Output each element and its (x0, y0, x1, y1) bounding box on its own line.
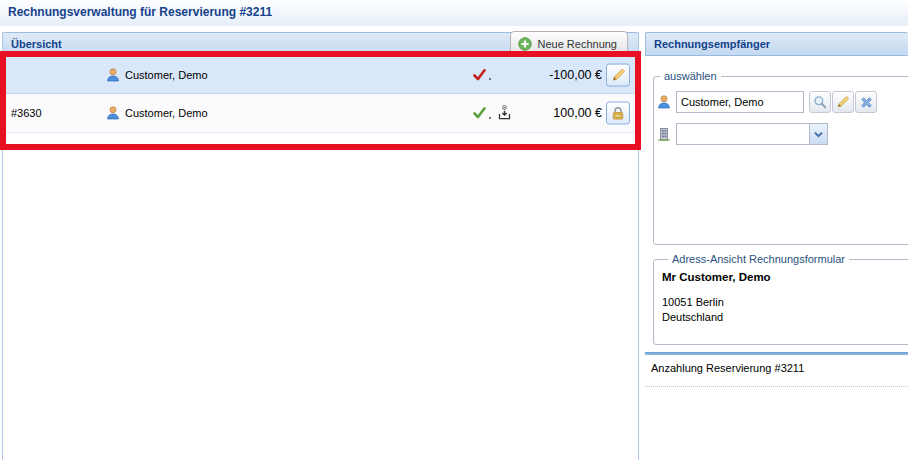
address-name: Mr Customer, Demo (662, 271, 908, 283)
deposit-icon (496, 105, 513, 122)
invoice-amount: -100,00 € (549, 68, 602, 82)
combo-trigger-button[interactable] (809, 124, 827, 144)
dotted-separator (645, 386, 908, 387)
address-view-legend: Adress-Ansicht Rechnungsformular (668, 253, 849, 265)
clear-x-icon (860, 96, 873, 109)
status-dot (489, 117, 491, 119)
invoice-customer: Customer, Demo (125, 69, 208, 81)
select-recipient-legend: auswählen (660, 70, 721, 82)
search-customer-button[interactable] (809, 91, 831, 113)
user-icon (105, 105, 121, 121)
page-title: Rechnungsverwaltung für Reservierung #32… (0, 0, 908, 25)
add-plus-icon (518, 37, 532, 51)
address-city: 10051 Berlin (662, 295, 908, 310)
clear-customer-button[interactable] (855, 91, 877, 113)
address-country: Deutschland (662, 310, 908, 325)
company-input[interactable] (677, 124, 809, 144)
invoice-list: Customer, Demo -100,00 € #3630 (3, 56, 638, 133)
company-combobox[interactable] (676, 123, 828, 145)
edit-customer-button[interactable] (832, 91, 854, 113)
user-icon (105, 67, 121, 83)
horizontal-divider (645, 352, 908, 355)
address-view-fieldset: Adress-Ansicht Rechnungsformular Mr Cust… (653, 253, 908, 345)
red-check-icon (473, 68, 486, 81)
select-recipient-fieldset: auswählen (653, 70, 908, 245)
overview-panel: Übersicht Neue Rechnung Customer, Demo (2, 32, 639, 460)
invoice-number: #3630 (11, 107, 42, 119)
invoice-row[interactable]: #3630 Customer, Demo (3, 94, 638, 133)
window-titlebar: Rechnungsverwaltung für Reservierung #32… (0, 0, 908, 26)
building-icon (656, 126, 672, 142)
new-invoice-button-label: Neue Rechnung (537, 38, 617, 50)
edit-invoice-button[interactable] (606, 63, 630, 86)
edit-pencil-icon (836, 95, 850, 109)
search-icon (813, 95, 827, 109)
new-invoice-button[interactable]: Neue Rechnung (510, 31, 628, 56)
invoice-amount: 100,00 € (553, 106, 602, 120)
invoice-row[interactable]: Customer, Demo -100,00 € (3, 56, 638, 94)
deposit-note: Anzahlung Reservierung #3211 (651, 362, 804, 374)
edit-pencil-icon (611, 67, 626, 82)
recipient-panel: Rechnungsempfänger auswählen (645, 32, 908, 460)
recipient-panel-title: Rechnungsempfänger (646, 33, 908, 55)
customer-input[interactable] (676, 91, 804, 113)
chevron-down-icon (814, 131, 823, 138)
recipient-panel-body: auswählen (645, 56, 908, 460)
status-dot (489, 78, 491, 80)
locked-invoice-button[interactable] (606, 102, 630, 125)
lock-icon (610, 105, 626, 121)
user-icon (656, 94, 672, 110)
invoice-customer: Customer, Demo (125, 107, 208, 119)
recipient-panel-header: Rechnungsempfänger (645, 32, 908, 56)
green-check-icon (473, 107, 486, 120)
